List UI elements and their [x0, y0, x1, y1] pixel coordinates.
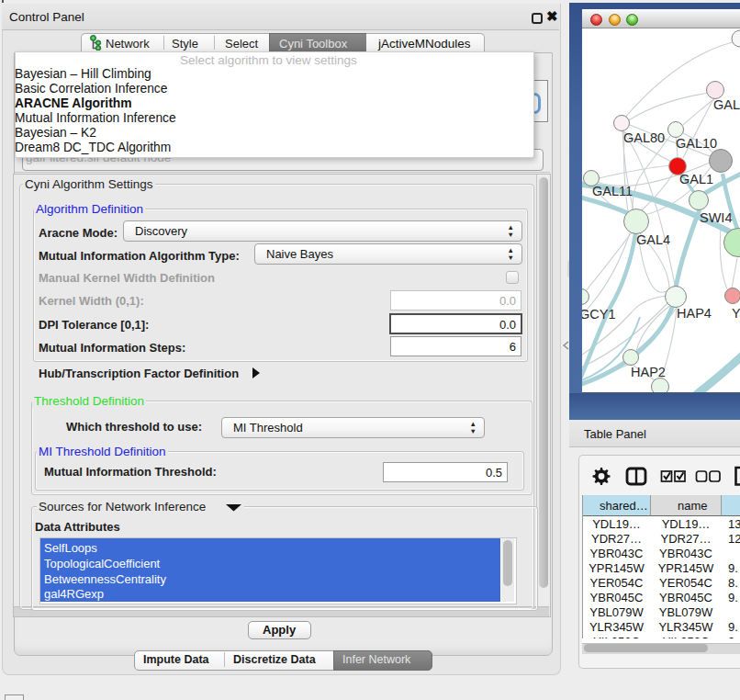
- svg-text:GAL4: GAL4: [636, 232, 670, 247]
- svg-text:HAP2: HAP2: [631, 365, 666, 379]
- svg-text:Y: Y: [732, 306, 740, 321]
- svg-text:GCY1: GCY1: [582, 307, 616, 322]
- svg-text:GAL7: GAL7: [713, 97, 740, 112]
- svg-text:GAL11: GAL11: [592, 184, 633, 198]
- svg-text:GAL80: GAL80: [623, 130, 665, 145]
- svg-text:GAL1: GAL1: [679, 172, 713, 186]
- svg-text:HAP4: HAP4: [677, 306, 712, 321]
- svg-text:SWI4: SWI4: [700, 210, 732, 225]
- svg-text:GAL10: GAL10: [676, 136, 717, 151]
